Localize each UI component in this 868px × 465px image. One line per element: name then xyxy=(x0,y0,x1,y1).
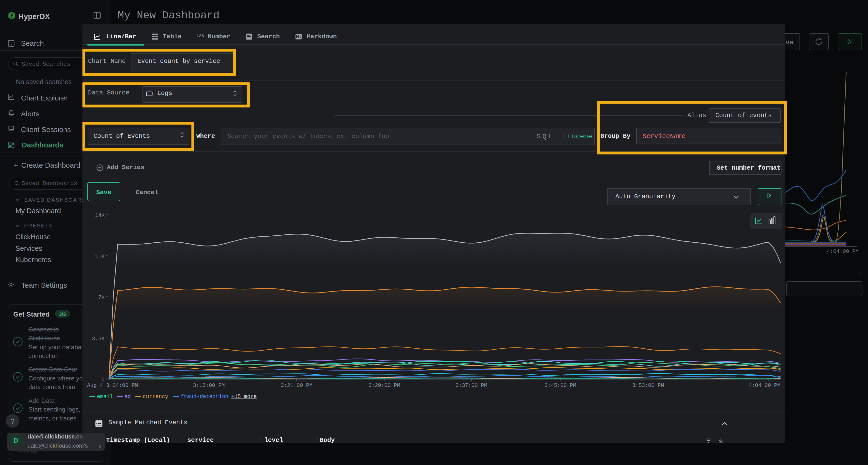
svg-text:0: 0 xyxy=(101,377,105,383)
svg-text:3:37:00 PM: 3:37:00 PM xyxy=(456,383,487,389)
svg-text:11K: 11K xyxy=(95,254,105,260)
svg-text:7K: 7K xyxy=(98,295,105,301)
svg-text:3:45:00 PM: 3:45:00 PM xyxy=(545,383,576,389)
svg-text:3:21:00 PM: 3:21:00 PM xyxy=(281,383,312,389)
svg-text:4:04:00 PM: 4:04:00 PM xyxy=(749,383,780,389)
svg-text:3:53:00 PM: 3:53:00 PM xyxy=(632,383,664,389)
svg-text:3:13:00 PM: 3:13:00 PM xyxy=(193,383,225,389)
svg-text:14K: 14K xyxy=(95,212,105,219)
svg-text:3:29:00 PM: 3:29:00 PM xyxy=(368,383,400,389)
svg-text:3.5K: 3.5K xyxy=(92,336,105,342)
svg-text:Aug 4 3:04:00 PM: Aug 4 3:04:00 PM xyxy=(87,383,138,389)
